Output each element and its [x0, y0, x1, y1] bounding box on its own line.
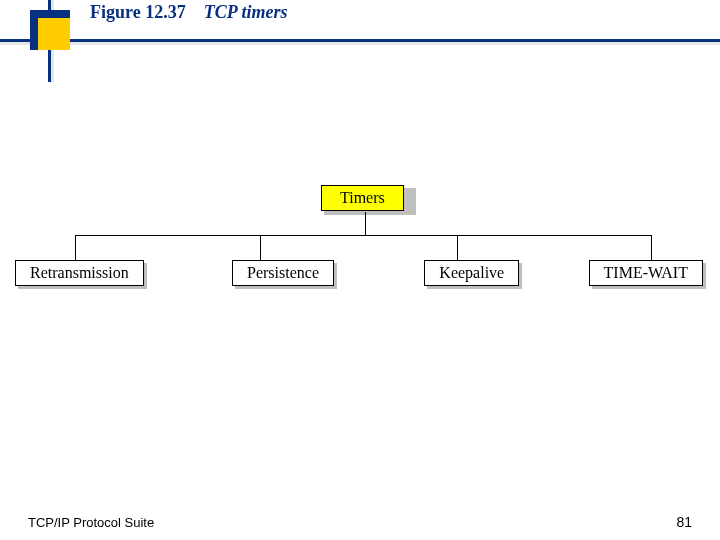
- tree-leaf: TIME-WAIT: [589, 260, 703, 286]
- tree-root-label: Timers: [340, 189, 385, 206]
- connector-horizontal: [75, 235, 651, 236]
- tree-leaf-wrap: Keepalive: [424, 260, 519, 286]
- footer-source: TCP/IP Protocol Suite: [28, 515, 154, 530]
- tree-leaf-label: Persistence: [247, 264, 319, 281]
- tree-leaf-label: TIME-WAIT: [604, 264, 688, 281]
- tree-leaf-label: Retransmission: [30, 264, 129, 281]
- connector-drop-3: [651, 235, 652, 260]
- figure-title: TCP timers: [204, 2, 288, 23]
- slide-footer: TCP/IP Protocol Suite 81: [0, 514, 720, 530]
- figure-title-group: Figure 12.37 TCP timers: [90, 2, 288, 23]
- slide-header: Figure 12.37 TCP timers: [0, 0, 720, 90]
- tree-leaf-wrap: TIME-WAIT: [589, 260, 703, 286]
- tree-leaf-wrap: Retransmission: [15, 260, 144, 286]
- tree-leaf: Keepalive: [424, 260, 519, 286]
- footer-page-number: 81: [676, 514, 692, 530]
- tree-leaf: Retransmission: [15, 260, 144, 286]
- tree-leaf-wrap: Persistence: [232, 260, 334, 286]
- tree-leaves: Retransmission Persistence Keepalive TIM…: [65, 260, 665, 286]
- connector-drop-0: [75, 235, 76, 260]
- connector-drop-1: [260, 235, 261, 260]
- tree-root: Timers: [321, 185, 404, 211]
- tree-root-wrap: Timers: [321, 185, 413, 211]
- figure-number: Figure 12.37: [90, 2, 186, 23]
- tree-leaf: Persistence: [232, 260, 334, 286]
- tree-leaf-label: Keepalive: [439, 264, 504, 281]
- connector-root-vertical: [365, 212, 366, 235]
- header-accent-square: [30, 10, 70, 50]
- connector-drop-2: [457, 235, 458, 260]
- header-horizontal-rule-light: [0, 42, 720, 45]
